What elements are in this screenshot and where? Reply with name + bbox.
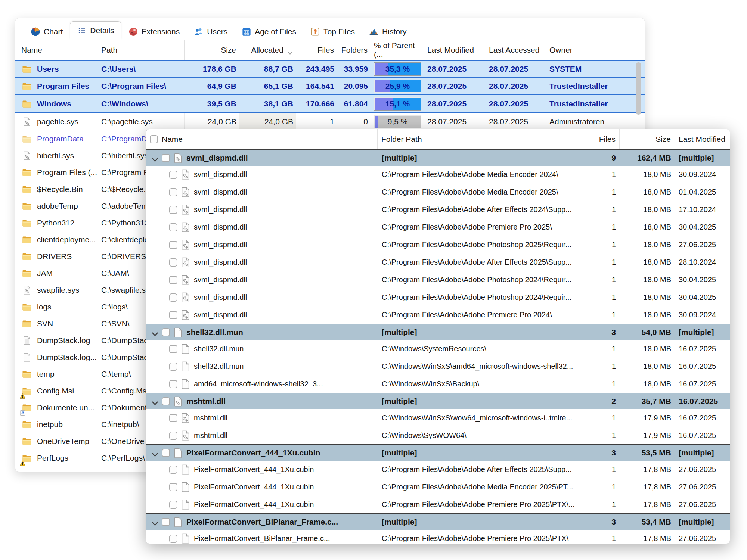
name-cell: Dokumente un... xyxy=(18,399,98,416)
row-checkbox[interactable] xyxy=(169,206,177,214)
details-row-users[interactable]: UsersC:\Users\178,6 GB88,7 GB243.49533.9… xyxy=(15,60,645,78)
tab-history[interactable]: History xyxy=(362,24,413,40)
dup-column-header-name[interactable]: Name xyxy=(146,129,378,149)
document-icon xyxy=(181,464,190,475)
vertical-scrollbar-thumb[interactable] xyxy=(636,62,641,115)
column-header-label: Path xyxy=(101,46,117,55)
row-checkbox[interactable] xyxy=(169,483,177,491)
duplicate-child-row[interactable]: PixelFormatConvert_444_1Xu.cubinC:\Progr… xyxy=(146,478,730,496)
details-row-program-files[interactable]: Program FilesC:\Program Files\64,9 GB65,… xyxy=(15,78,645,95)
name-cell: swapfile.sys xyxy=(18,281,98,298)
chevron-down-icon[interactable] xyxy=(151,519,159,525)
details-row-pagefile-sys[interactable]: pagefile.sysC:\pagefile.sys24,0 GB24,0 G… xyxy=(15,113,645,130)
duplicate-child-row[interactable]: svml_dispmd.dllC:\Program Files\Adobe\Ad… xyxy=(146,201,730,218)
chevron-down-icon[interactable] xyxy=(151,155,159,161)
duplicate-child-row[interactable]: amd64_microsoft-windows-shell32_3...C:\W… xyxy=(146,375,730,393)
column-header-path[interactable]: Path xyxy=(98,40,185,60)
tab-details[interactable]: Details xyxy=(70,21,121,40)
duplicate-child-row[interactable]: PixelFormatConvert_444_1Xu.cubinC:\Progr… xyxy=(146,496,730,513)
chevron-down-icon[interactable] xyxy=(151,330,159,335)
duplicate-child-row[interactable]: PixelFormatConvert_BiPlanar_Frame.c...C:… xyxy=(146,530,730,544)
dup-column-header-last-modified[interactable]: Last Modified xyxy=(675,129,730,149)
column-header-name[interactable]: Name xyxy=(18,40,98,60)
tab-users[interactable]: Users xyxy=(187,24,235,40)
chevron-down-icon[interactable] xyxy=(151,450,159,455)
dup-size-cell: 17,8 MB xyxy=(620,530,675,544)
dll-file-icon xyxy=(181,292,190,302)
duplicate-group-row[interactable]: PixelFormatConvert_BiPlanar_Frame.c...[m… xyxy=(146,513,730,530)
dup-size-cell: 18,0 MB xyxy=(620,271,675,289)
duplicate-group-row[interactable]: mshtml.dll[multiple]235,7 MB16.07.2025 xyxy=(146,393,730,409)
duplicate-child-row[interactable]: mshtml.dllC:\Windows\WinSxS\wow64_micros… xyxy=(146,409,730,427)
row-checkbox[interactable] xyxy=(169,171,177,179)
dup-column-header-size[interactable]: Size xyxy=(620,129,675,149)
row-checkbox[interactable] xyxy=(169,188,177,196)
duplicate-group-row[interactable]: svml_dispmd.dll[multiple]9162,4 MB[multi… xyxy=(146,149,730,166)
row-checkbox[interactable] xyxy=(162,518,170,526)
column-header-allocated[interactable]: Allocated xyxy=(239,40,296,60)
dup-size-cell: 17,9 MB xyxy=(620,427,675,444)
column-header-folders[interactable]: Folders xyxy=(337,40,371,60)
row-checkbox[interactable] xyxy=(162,154,170,162)
system-file-icon xyxy=(21,151,32,161)
row-checkbox[interactable] xyxy=(169,223,177,231)
dll-file-icon xyxy=(181,222,190,232)
tab-extensions[interactable]: Extensions xyxy=(121,24,187,40)
row-checkbox[interactable] xyxy=(169,432,177,440)
chevron-down-icon[interactable] xyxy=(151,399,159,404)
dup-name-cell: PixelFormatConvert_BiPlanar_Frame.c... xyxy=(146,530,378,544)
row-checkbox[interactable] xyxy=(169,345,177,353)
dup-folder-path-cell: [multiple] xyxy=(378,150,585,166)
row-checkbox[interactable] xyxy=(162,397,170,405)
last-accessed-cell: 28.07.2025 xyxy=(486,78,546,94)
row-checkbox[interactable] xyxy=(169,311,177,319)
dup-column-header-files[interactable]: Files xyxy=(585,129,620,149)
duplicate-child-row[interactable]: svml_dispmd.dllC:\Program Files\Adobe\Ad… xyxy=(146,183,730,201)
row-checkbox[interactable] xyxy=(169,414,177,422)
column-header-last-accessed[interactable]: Last Accessed xyxy=(486,40,546,60)
row-checkbox[interactable] xyxy=(162,328,170,336)
duplicate-child-row[interactable]: svml_dispmd.dllC:\Program Files\Adobe\Ad… xyxy=(146,289,730,306)
duplicate-child-row[interactable]: svml_dispmd.dllC:\Program Files\Adobe\Ad… xyxy=(146,236,730,253)
duplicate-child-row[interactable]: mshtml.dllC:\Windows\SysWOW64\117,9 MB16… xyxy=(146,427,730,444)
row-checkbox[interactable] xyxy=(169,501,177,509)
column-header-label: Last Accessed xyxy=(489,46,539,55)
details-row-windows[interactable]: WindowsC:\Windows\39,5 GB38,1 GB170.6666… xyxy=(15,95,645,113)
column-header-owner[interactable]: Owner xyxy=(546,40,631,60)
row-checkbox[interactable] xyxy=(169,380,177,388)
path-cell: C:\pagefile.sys xyxy=(98,113,185,130)
duplicate-group-row[interactable]: shell32.dll.mun[multiple]354,0 MB[multip… xyxy=(146,324,730,340)
row-checkbox[interactable] xyxy=(162,449,170,457)
tab-label: Age of Files xyxy=(255,27,296,36)
tab-age-of-files[interactable]: Age of Files xyxy=(235,24,303,40)
column-header-last-modified[interactable]: Last Modified xyxy=(424,40,486,60)
select-all-checkbox[interactable] xyxy=(150,135,158,143)
duplicate-child-row[interactable]: shell32.dll.munC:\Windows\WinSxS\amd64_m… xyxy=(146,358,730,375)
duplicate-child-row[interactable]: svml_dispmd.dllC:\Program Files\Adobe\Ad… xyxy=(146,271,730,289)
tab-chart[interactable]: Chart xyxy=(24,24,70,40)
duplicate-child-row[interactable]: PixelFormatConvert_444_1Xu.cubinC:\Progr… xyxy=(146,461,730,478)
duplicate-child-row[interactable]: svml_dispmd.dllC:\Program Files\Adobe\Ad… xyxy=(146,306,730,324)
last-accessed-cell: 28.07.2025 xyxy=(486,113,546,130)
document-icon xyxy=(181,482,190,492)
tab-top-files[interactable]: Top Files xyxy=(303,24,362,40)
row-checkbox[interactable] xyxy=(169,241,177,249)
row-checkbox[interactable] xyxy=(169,535,177,543)
row-checkbox[interactable] xyxy=(169,466,177,474)
row-checkbox[interactable] xyxy=(169,258,177,267)
dup-column-header-folder-path[interactable]: Folder Path xyxy=(378,129,585,149)
percent-of-parent-cell: 25,9 % xyxy=(371,78,424,94)
duplicate-group-row[interactable]: PixelFormatConvert_444_1Xu.cubin[multipl… xyxy=(146,444,730,461)
warning-icon xyxy=(20,459,25,464)
row-checkbox[interactable] xyxy=(169,293,177,302)
duplicate-child-row[interactable]: shell32.dll.munC:\Windows\SystemResource… xyxy=(146,340,730,358)
column-header--of-parent-[interactable]: % of Parent (... xyxy=(371,40,424,60)
row-checkbox[interactable] xyxy=(169,276,177,284)
column-header-size[interactable]: Size xyxy=(185,40,239,60)
duplicate-child-row[interactable]: svml_dispmd.dllC:\Program Files\Adobe\Ad… xyxy=(146,166,730,183)
dup-files-cell: 1 xyxy=(585,427,620,444)
duplicate-child-row[interactable]: svml_dispmd.dllC:\Program Files\Adobe\Ad… xyxy=(146,218,730,236)
column-header-files[interactable]: Files xyxy=(296,40,337,60)
row-checkbox[interactable] xyxy=(169,363,177,371)
duplicate-child-row[interactable]: svml_dispmd.dllC:\Program Files\Adobe\Ad… xyxy=(146,253,730,271)
